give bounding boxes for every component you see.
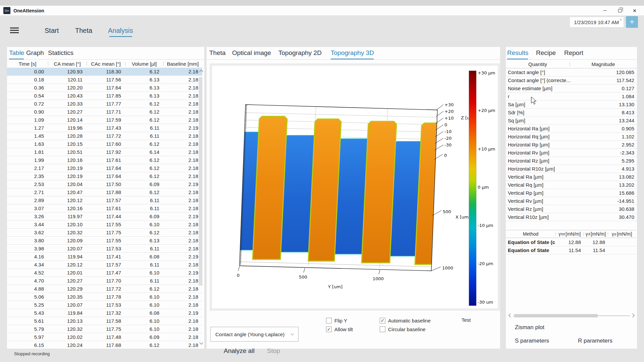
table-row[interactable]: 1.81120.51117.926.142.18 (7, 148, 202, 156)
table-row[interactable]: 5.97120.02117.486.092.18 (7, 333, 202, 341)
table-row[interactable]: 5.79120.32117.756.102.18 (7, 325, 202, 333)
stop-button[interactable]: Stop (267, 347, 280, 355)
result-row[interactable]: Horizontal Rv [µm]-2.343 (506, 149, 637, 157)
colorbar-tick: 0 µm (478, 185, 489, 190)
table-row[interactable]: 0.90120.27117.716.122.18 (7, 108, 202, 116)
table-row[interactable]: 2.53120.04117.506.092.19 (7, 180, 202, 188)
result-row[interactable]: Sq [µm]13.244 (506, 117, 637, 125)
table-row[interactable]: 5.06120.35117.786.102.18 (7, 293, 202, 301)
z-tick: 0 (444, 122, 447, 127)
table-row[interactable]: 4.88120.29117.726.122.18 (7, 285, 202, 293)
table-row[interactable]: 6.15120.24117.686.122.18 (7, 341, 202, 349)
tab-theta[interactable]: Theta (209, 49, 226, 57)
tab-recipe[interactable]: Recipe (536, 49, 556, 57)
tab-table[interactable]: Table (9, 49, 24, 57)
table-row[interactable]: 4.16119.94117.416.082.19 (7, 253, 202, 261)
table-row[interactable]: 4.70120.27117.706.112.18 (7, 277, 202, 285)
add-session-button[interactable] (626, 16, 638, 28)
table-row[interactable]: 5.43119.84117.326.082.19 (7, 309, 202, 317)
table-row[interactable]: 1.09120.14117.596.122.18 (7, 116, 202, 124)
automatic-baseline-checkbox[interactable] (380, 318, 385, 323)
analyze-all-button[interactable]: Analyze all (224, 347, 255, 355)
table-row[interactable]: 3.98120.07117.536.112.18 (7, 245, 202, 253)
s-parameters-link[interactable]: S parameters (515, 338, 549, 344)
result-row[interactable]: Vertical Rp [µm]15.686 (506, 189, 637, 197)
table-row[interactable]: 1.45120.28117.726.112.18 (7, 132, 202, 140)
table-row[interactable]: 2.71120.47117.886.122.18 (7, 188, 202, 196)
minimize-button[interactable] (598, 6, 611, 15)
result-row[interactable]: Horizontal Rz [µm]5.295 (506, 157, 637, 165)
result-row[interactable]: Vertical R10z [µm]30.470 (506, 213, 637, 221)
tab-topography-3d[interactable]: Topography 3D (331, 49, 374, 57)
nav-start[interactable]: Start (45, 27, 59, 35)
table-row[interactable]: 0.36120.20117.646.132.18 (7, 84, 202, 92)
results-table-body: Contact angle [°]120.085Contact angle [°… (506, 68, 637, 221)
table-row[interactable]: 5.61120.13117.586.102.18 (7, 317, 202, 325)
table-row[interactable]: 4.34120.12117.576.112.18 (7, 261, 202, 269)
result-row[interactable]: Vertical Rq [µm]13.202 (506, 181, 637, 189)
titlebar (0, 6, 644, 15)
menu-icon[interactable] (10, 27, 19, 35)
topography-3d-plot[interactable]: +30 +20 +10 0 -10 -20 -30 Z [um] 0 500 1… (212, 66, 498, 308)
flip-y-checkbox[interactable] (326, 318, 332, 323)
result-row[interactable]: Horizontal Rp [µm]2.952 (506, 141, 637, 149)
table-row[interactable]: 0.00120.93118.306.122.18 (7, 68, 202, 76)
tab-results[interactable]: Results (507, 49, 528, 57)
result-row[interactable]: Vertical Ra [µm]13.082 (506, 173, 637, 181)
hscroll-right-icon[interactable] (631, 313, 634, 317)
table-row[interactable]: 3.26119.97117.446.092.19 (7, 213, 202, 221)
result-row[interactable]: Sdr [%]8.413 (506, 109, 637, 117)
close-button[interactable] (628, 6, 641, 15)
allow-tilt-checkbox[interactable] (326, 326, 332, 332)
result-row[interactable]: Vertical Rv [µm]-14.951 (506, 197, 637, 205)
result-row[interactable]: Horizontal Ra [µm]0.905 (506, 125, 637, 133)
colorbar-tick: +30 µm (478, 70, 495, 75)
r-parameters-link[interactable]: R parameters (578, 338, 612, 344)
test-button[interactable]: Test (462, 317, 471, 323)
table-row[interactable]: 3.80120.09117.556.132.18 (7, 237, 202, 245)
table-row[interactable]: 2.89120.12117.576.112.18 (7, 196, 202, 204)
table-row[interactable]: 4.52120.01117.476.102.19 (7, 269, 202, 277)
zisman-plot-link[interactable]: Zisman plot (515, 324, 544, 331)
result-row[interactable]: Vertical Rz [µm]30.638 (506, 205, 637, 213)
nav-analysis[interactable]: Analysis (108, 27, 133, 35)
table-row[interactable]: 2.17120.19117.646.122.18 (7, 164, 202, 172)
analysis-method-dropdown[interactable]: Contact angle (Young-Laplace) (210, 327, 299, 342)
table-row[interactable]: 3.07120.16117.616.112.18 (7, 204, 202, 213)
result-row[interactable]: Noise estimate [µm]0.127 (506, 84, 637, 93)
method-row[interactable]: Equation of State11.5411.54 (506, 246, 636, 254)
table-row[interactable]: 2.35120.19117.646.122.18 (7, 172, 202, 180)
table-row[interactable]: 5.25120.07117.536.102.18 (7, 301, 202, 309)
table-row[interactable]: 1.99120.16117.616.122.18 (7, 156, 202, 164)
tab-report[interactable]: Report (564, 49, 583, 57)
table-row[interactable]: 0.72120.33117.776.122.18 (7, 100, 202, 108)
method-row[interactable]: Equation of State (c.12.8812.88 (506, 238, 636, 246)
result-row[interactable]: Contact angle [°]120.085 (506, 68, 637, 76)
nav-theta[interactable]: Theta (75, 27, 92, 35)
result-row[interactable]: Sa [µm]13.130 (506, 101, 637, 109)
table-row[interactable]: 3.44120.10117.556.102.18 (7, 221, 202, 229)
vertical-scrollbar[interactable] (199, 77, 202, 286)
result-row[interactable]: r1.084 (506, 93, 637, 101)
result-row[interactable]: Horizontal R10z [µm]4.913 (506, 165, 637, 173)
circular-baseline-checkbox[interactable] (380, 326, 385, 332)
table-row[interactable]: 0.54120.43117.856.132.18 (7, 92, 202, 100)
session-tab-close-icon[interactable] (620, 17, 622, 22)
horizontal-scrollbar-thumb[interactable] (514, 314, 598, 317)
table-row[interactable]: 3.62120.32117.756.122.18 (7, 229, 202, 237)
tab-optical-image[interactable]: Optical image (232, 49, 271, 57)
data-table-body: 0.00120.93118.306.122.180.18120.11117.56… (7, 68, 202, 349)
x-tick: 0 (444, 153, 447, 158)
tab-statictics[interactable]: Statictics (48, 49, 73, 57)
table-row[interactable]: 0.18120.11117.566.132.18 (7, 76, 202, 84)
table-row[interactable]: 1.63120.15117.606.122.18 (7, 140, 202, 148)
tab-topography-2d[interactable]: Topography 2D (278, 49, 322, 57)
result-row[interactable]: Horizontal Rq [µm]1.102 (506, 133, 637, 141)
tab-graph[interactable]: Graph (26, 49, 44, 57)
table-row[interactable]: 1.27119.96117.436.112.19 (7, 124, 202, 132)
session-tab-label: 1/23/2019 10:47 AM (574, 19, 619, 25)
restore-button[interactable] (613, 6, 627, 15)
result-row[interactable]: Contact angle [°] (correcte...117.542 (506, 76, 637, 84)
hscroll-left-icon[interactable] (508, 313, 512, 317)
session-tab[interactable]: 1/23/2019 10:47 AM (570, 17, 624, 27)
